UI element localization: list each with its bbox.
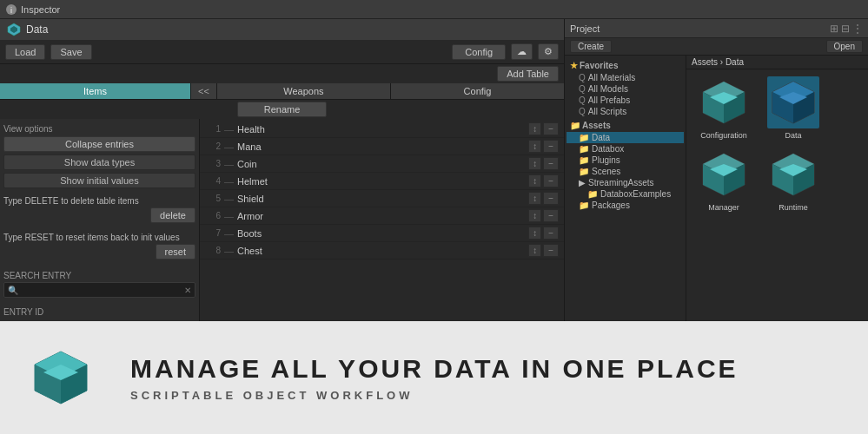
table-row[interactable]: 6 — Armor ↕ − [200,207,564,225]
asset-item[interactable]: Configuration [693,76,754,140]
row-actions: ↕ − [528,122,559,135]
tab-arrow[interactable]: << [191,83,217,99]
asset-item[interactable]: Manager [693,148,754,212]
row-edit-button[interactable]: ↕ [528,209,541,222]
table-row[interactable]: 7 — Boots ↕ − [200,225,564,242]
banner-main-text: MANAGE ALL YOUR DATA IN ONE PLACE [130,354,842,384]
project-icon-3[interactable]: ⋮ [852,23,863,35]
delete-button[interactable]: delete [150,207,195,223]
reset-button[interactable]: reset [156,244,195,260]
row-actions: ↕ − [528,140,559,153]
row-name: Chest [237,246,528,256]
rename-button[interactable]: Rename [237,102,328,117]
folder-icon-examples: 📁 [587,189,598,199]
tree-packages-folder[interactable]: 📁 Packages [567,200,684,211]
search-input[interactable] [21,285,184,295]
project-icon-2[interactable]: ⊟ [841,23,850,35]
project-icon-1[interactable]: ⊞ [830,23,838,35]
save-button[interactable]: Save [50,44,91,60]
row-remove-button[interactable]: − [543,209,559,222]
settings-button[interactable]: ⚙ [538,43,559,60]
row-edit-button[interactable]: ↕ [528,157,541,170]
row-edit-button[interactable]: ↕ [528,192,541,205]
tree-data-folder[interactable]: 📁 Data [567,132,684,143]
add-table-button[interactable]: Add Table [497,66,559,82]
row-remove-button[interactable]: − [543,192,559,205]
table-row[interactable]: 5 — Shield ↕ − [200,190,564,207]
row-remove-button[interactable]: − [543,140,559,153]
row-edit-button[interactable]: ↕ [528,244,541,257]
favorites-section: ★ Favorites [567,59,684,72]
row-remove-button[interactable]: − [543,244,559,257]
row-actions: ↕ − [528,209,559,222]
data-table-area: 1 — Health ↕ − 2 — Mana ↕ − 3 — Coin ↕ − [200,119,564,321]
row-dash: — [224,124,234,135]
rename-row: Rename [0,100,564,119]
create-button[interactable]: Create [570,40,612,53]
inspector-sidebar: View options Collapse entries Show data … [0,119,200,321]
tab-config[interactable]: Config [391,83,564,99]
banner-icon [17,334,104,421]
table-row[interactable]: 4 — Helmet ↕ − [200,173,564,190]
tab-weapons[interactable]: Weapons [217,83,391,99]
asset-label: Data [785,131,801,140]
collapse-button[interactable]: Collapse entries [3,136,195,152]
show-types-button[interactable]: Show data types [3,155,195,170]
row-remove-button[interactable]: − [543,157,559,170]
data-header: Data [0,19,564,40]
cloud-button[interactable]: ☁ [511,43,533,60]
tree-all-scripts[interactable]: Q All Scripts [567,106,684,117]
config-button[interactable]: Config [452,44,506,60]
table-row[interactable]: 3 — Coin ↕ − [200,155,564,173]
row-edit-button[interactable]: ↕ [528,122,541,135]
row-remove-button[interactable]: − [543,174,559,187]
table-row[interactable]: 2 — Mana ↕ − [200,138,564,155]
banner-text-area: MANAGE ALL YOUR DATA IN ONE PLACE SCRIPT… [104,354,868,402]
search-icon: 🔍 [8,286,18,295]
row-number: 2 [205,141,221,151]
tree-all-materials[interactable]: Q All Materials [567,72,684,83]
row-remove-button[interactable]: − [543,122,559,135]
row-edit-button[interactable]: ↕ [528,174,541,187]
row-number: 3 [205,159,221,168]
search-clear-icon[interactable]: ✕ [184,286,191,295]
teal-cube-icon [30,347,91,408]
folder-icon-databox: 📁 [579,144,589,154]
row-edit-button[interactable]: ↕ [528,140,541,153]
tree-all-models[interactable]: Q All Models [567,83,684,95]
table-row[interactable]: 1 — Health ↕ − [200,121,564,138]
row-dash: — [224,246,234,256]
row-remove-button[interactable]: − [543,227,559,240]
tree-all-prefabs[interactable]: Q All Prefabs [567,95,684,106]
asset-label: Runtime [779,203,808,212]
row-name: Health [237,124,528,135]
load-button[interactable]: Load [5,44,45,60]
open-button[interactable]: Open [826,40,863,53]
row-name: Helmet [237,176,528,187]
tree-streaming-folder[interactable]: ▶ StreamingAssets [567,177,684,188]
tabs-row: Items << Weapons Config [0,83,564,100]
asset-label: Configuration [700,131,747,140]
tree-databox-folder[interactable]: 📁 Databox [567,143,684,155]
table-row[interactable]: 8 — Chest ↕ − [200,242,564,260]
reset-label: Type RESET to reset items back to init v… [3,233,195,242]
breadcrumb: Assets › Data [686,56,868,69]
search-input-wrap: 🔍 ✕ [3,282,195,298]
row-number: 8 [205,246,221,255]
view-options-label: View options [3,124,195,134]
asset-item[interactable]: Runtime [763,148,824,212]
asset-item[interactable]: Data [763,76,824,140]
show-values-button[interactable]: Show initial values [3,173,195,188]
project-icons: ⊞ ⊟ ⋮ [830,23,863,35]
tab-items[interactable]: Items [0,83,191,99]
row-name: Mana [237,141,528,152]
asset-icon [767,148,819,201]
tree-plugins-folder[interactable]: 📁 Plugins [567,155,684,166]
row-edit-button[interactable]: ↕ [528,227,541,240]
tree-scenes-folder[interactable]: 📁 Scenes [567,166,684,177]
row-dash: — [224,176,234,187]
tree-databox-examples[interactable]: 📁 DataboxExamples [567,188,684,200]
reset-section: Type RESET to reset items back to init v… [3,233,195,260]
inspector-tab: i Inspector [0,0,868,19]
data-title: Data [26,23,48,36]
